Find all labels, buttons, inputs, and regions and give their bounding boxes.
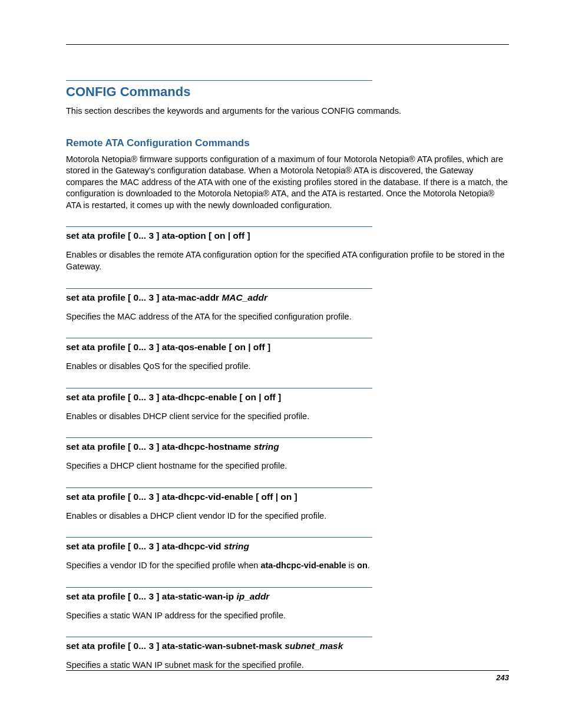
desc-text: Specifies a DHCP client hostname for the… bbox=[66, 461, 287, 470]
page-number: 243 bbox=[496, 673, 509, 682]
command-rule bbox=[66, 637, 372, 637]
command-section: set ata profile [ 0... 3 ] ata-static-wa… bbox=[66, 637, 509, 671]
desc-text: Enables or disables a DHCP client vendor… bbox=[66, 511, 326, 521]
command-description: Enables or disables DHCP client service … bbox=[66, 411, 509, 423]
desc-text: Specifies a static WAN IP subnet mask fo… bbox=[66, 660, 304, 670]
command-text: set ata profile [ 0... 3 ] ata-option [ … bbox=[66, 230, 250, 241]
page-title: CONFIG Commands bbox=[66, 84, 509, 100]
command-text: set ata profile [ 0... 3 ] ata-dhcpc-hos… bbox=[66, 442, 254, 452]
command-text: set ata profile [ 0... 3 ] ata-dhcpc-vid… bbox=[66, 492, 297, 502]
top-horizontal-rule bbox=[66, 44, 509, 45]
command-heading: set ata profile [ 0... 3 ] ata-dhcpc-hos… bbox=[66, 442, 509, 452]
command-text: set ata profile [ 0... 3 ] ata-static-wa… bbox=[66, 591, 236, 601]
command-arg: string bbox=[224, 541, 249, 551]
subsection-body: Motorola Netopia® firmware supports conf… bbox=[66, 154, 509, 212]
command-description: Specifies a static WAN IP address for th… bbox=[66, 610, 509, 622]
command-description: Enables or disables a DHCP client vendor… bbox=[66, 510, 509, 522]
subsection-title: Remote ATA Configuration Commands bbox=[66, 137, 509, 149]
desc-text: . bbox=[368, 561, 370, 570]
command-text: set ata profile [ 0... 3 ] ata-static-wa… bbox=[66, 641, 285, 651]
command-description: Enables or disables QoS for the specifie… bbox=[66, 361, 509, 373]
desc-text: Specifies a static WAN IP address for th… bbox=[66, 611, 286, 620]
command-section: set ata profile [ 0... 3 ] ata-qos-enabl… bbox=[66, 338, 509, 373]
command-heading: set ata profile [ 0... 3 ] ata-option [ … bbox=[66, 230, 509, 241]
command-description: Specifies the MAC address of the ATA for… bbox=[66, 311, 509, 323]
command-text: set ata profile [ 0... 3 ] ata-mac-addr bbox=[66, 292, 222, 302]
document-page: CONFIG Commands This section describes t… bbox=[0, 0, 562, 728]
command-section: set ata profile [ 0... 3 ] ata-dhcpc-hos… bbox=[66, 437, 509, 472]
command-section: set ata profile [ 0... 3 ] ata-dhcpc-ena… bbox=[66, 388, 509, 423]
command-heading: set ata profile [ 0... 3 ] ata-dhcpc-vid… bbox=[66, 541, 509, 552]
command-rule bbox=[66, 587, 372, 588]
command-arg: string bbox=[254, 442, 279, 452]
command-text: set ata profile [ 0... 3 ] ata-dhcpc-vid bbox=[66, 541, 224, 551]
command-heading: set ata profile [ 0... 3 ] ata-static-wa… bbox=[66, 591, 509, 602]
command-section: set ata profile [ 0... 3 ] ata-option [ … bbox=[66, 226, 509, 272]
command-rule bbox=[66, 226, 372, 227]
command-text: set ata profile [ 0... 3 ] ata-qos-enabl… bbox=[66, 342, 270, 352]
command-heading: set ata profile [ 0... 3 ] ata-dhcpc-vid… bbox=[66, 492, 509, 502]
command-description: Enables or disables the remote ATA confi… bbox=[66, 249, 509, 272]
command-section: set ata profile [ 0... 3 ] ata-dhcpc-vid… bbox=[66, 537, 509, 572]
command-rule bbox=[66, 487, 372, 488]
command-section: set ata profile [ 0... 3 ] ata-static-wa… bbox=[66, 587, 509, 622]
command-heading: set ata profile [ 0... 3 ] ata-static-wa… bbox=[66, 641, 509, 651]
title-rule bbox=[66, 80, 372, 81]
command-rule bbox=[66, 288, 372, 289]
command-heading: set ata profile [ 0... 3 ] ata-dhcpc-ena… bbox=[66, 392, 509, 403]
command-arg: subnet_mask bbox=[285, 641, 343, 651]
command-text: set ata profile [ 0... 3 ] ata-dhcpc-ena… bbox=[66, 392, 281, 402]
desc-keyword: ata-dhcpc-vid-enable bbox=[260, 561, 346, 570]
intro-paragraph: This section describes the keywords and … bbox=[66, 106, 509, 117]
command-rule bbox=[66, 388, 372, 388]
command-rule bbox=[66, 537, 372, 538]
command-arg: ip_addr bbox=[236, 591, 269, 601]
command-heading: set ata profile [ 0... 3 ] ata-mac-addr … bbox=[66, 292, 509, 303]
command-section: set ata profile [ 0... 3 ] ata-dhcpc-vid… bbox=[66, 487, 509, 522]
command-rule bbox=[66, 338, 372, 338]
command-rule bbox=[66, 437, 372, 438]
desc-keyword: on bbox=[357, 561, 368, 570]
command-section: set ata profile [ 0... 3 ] ata-mac-addr … bbox=[66, 288, 509, 323]
page-footer: 243 bbox=[66, 670, 509, 682]
command-heading: set ata profile [ 0... 3 ] ata-qos-enabl… bbox=[66, 342, 509, 353]
desc-text: Enables or disables the remote ATA confi… bbox=[66, 250, 505, 271]
command-description: Specifies a DHCP client hostname for the… bbox=[66, 460, 509, 472]
desc-text: Specifies a vendor ID for the specified … bbox=[66, 561, 260, 570]
command-description: Specifies a vendor ID for the specified … bbox=[66, 560, 509, 572]
desc-text: Enables or disables QoS for the specifie… bbox=[66, 361, 251, 371]
command-arg: MAC_addr bbox=[222, 292, 267, 302]
desc-text: Specifies the MAC address of the ATA for… bbox=[66, 312, 352, 321]
desc-text: Enables or disables DHCP client service … bbox=[66, 411, 309, 421]
desc-text: is bbox=[346, 561, 358, 570]
